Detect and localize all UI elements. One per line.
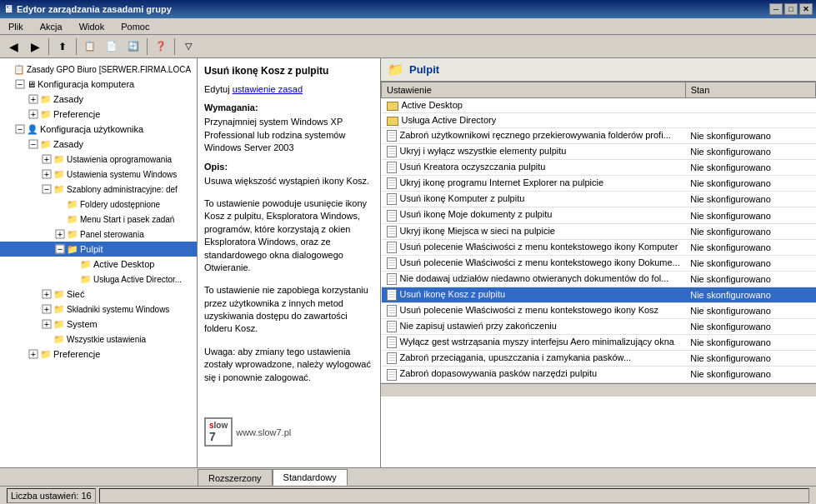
setting-name: Nie dodawaj udziałów niedawno otwieranyc… — [382, 271, 686, 287]
setting-status: Nie skonfigurowano — [685, 335, 815, 351]
toolbar: ◀ ▶ ⬆ 📋 📄 🔄 ❓ ▽ — [0, 35, 816, 58]
toolbar-properties[interactable]: 📄 — [102, 37, 122, 56]
table-row[interactable]: Zabroń użytkownikowi ręcznego przekierow… — [382, 128, 816, 144]
setting-status: Nie skonfigurowano — [685, 128, 815, 144]
status-text: Liczba ustawień: 16 — [7, 488, 96, 503]
toolbar-show-hide[interactable]: 📋 — [80, 37, 100, 56]
setting-name: Usuń polecenie Właściwości z menu kontek… — [382, 255, 686, 271]
tab-extended[interactable]: Rozszerzony — [198, 469, 273, 486]
col-setting: Ustawienie — [382, 82, 686, 98]
desc-text1: Usuwa większość wystąpień ikony Kosz. — [204, 175, 373, 187]
table-row[interactable]: Usuń ikonę Komputer z pulpituNie skonfig… — [382, 192, 816, 207]
table-row[interactable]: Usługa Active Directory — [382, 113, 816, 128]
setting-name: Ukryj ikonę Miejsca w sieci na pulpicie — [382, 223, 686, 239]
toolbar-refresh[interactable]: 🔄 — [123, 37, 143, 56]
status-label: Liczba ustawień: 16 — [11, 491, 92, 501]
close-button[interactable]: ✕ — [799, 3, 813, 15]
tree-control-panel[interactable]: 📁 Panel sterowania — [0, 227, 197, 242]
setting-name: Ukryj i wyłącz wszystkie elementy pulpit… — [382, 144, 686, 160]
minimize-button[interactable]: ─ — [769, 3, 783, 15]
setting-status: Nie skonfigurowano — [685, 303, 815, 319]
toolbar-help[interactable]: ❓ — [151, 37, 171, 56]
tree-gpo-root[interactable]: 📋 Zasady GPO Biuro [SERWER.FIRMA.LOCA — [0, 62, 197, 77]
setting-status — [685, 98, 815, 113]
tree-user-zasady[interactable]: 📁 Zasady — [0, 137, 197, 152]
menu-view[interactable]: Widok — [74, 20, 110, 33]
table-row[interactable]: Usuń polecenie Właściwości z menu kontek… — [382, 303, 816, 319]
toolbar-sep2 — [76, 38, 77, 55]
setting-status: Nie skonfigurowano — [685, 351, 815, 367]
tree-comp-zasady[interactable]: 📁 Zasady — [0, 92, 197, 107]
watermark-url: www.slow7.pl — [236, 427, 291, 437]
setting-status: Nie skonfigurowano — [685, 271, 815, 287]
table-row[interactable]: Wyłącz gest wstrząsania myszy interfejsu… — [382, 335, 816, 351]
setting-name: Zabroń przeciągania, upuszczania i zamyk… — [382, 351, 686, 367]
table-row[interactable]: Ukryj i wyłącz wszystkie elementy pulpit… — [382, 144, 816, 160]
table-row[interactable]: Nie dodawaj udziałów niedawno otwieranyc… — [382, 271, 816, 287]
right-panel-header: 📁 Pulpit — [381, 58, 816, 82]
table-row[interactable]: Ukryj ikonę programu Internet Explorer n… — [382, 176, 816, 192]
table-row[interactable]: Active Desktop — [382, 98, 816, 113]
menu-action[interactable]: Akcja — [35, 20, 68, 33]
toolbar-up[interactable]: ⬆ — [53, 37, 73, 56]
menu-help[interactable]: Pomoc — [116, 20, 154, 33]
table-row[interactable]: Usuń ikonę Moje dokumenty z pulpituNie s… — [382, 207, 816, 223]
toolbar-back[interactable]: ◀ — [3, 37, 23, 56]
table-row[interactable]: Usuń Kreatora oczyszczania pulpituNie sk… — [382, 160, 816, 176]
horizontal-scrollbar[interactable] — [381, 383, 816, 397]
setting-name: Active Desktop — [382, 98, 686, 113]
tree-network[interactable]: 📁 Sieć — [0, 287, 197, 302]
status-bar: Liczba ustawień: 16 — [0, 486, 816, 504]
toolbar-sep4 — [174, 38, 175, 55]
setting-name: Usuń Kreatora oczyszczania pulpitu — [382, 160, 686, 176]
table-row[interactable]: Usuń polecenie Właściwości z menu kontek… — [382, 255, 816, 271]
tab-standard[interactable]: Standardowy — [273, 469, 348, 486]
app-icon: 🖥 — [3, 3, 13, 15]
tree-system[interactable]: 📁 System — [0, 317, 197, 332]
setting-name: Usuń ikonę Kosz z pulpitu — [382, 287, 686, 302]
menu-file[interactable]: Plik — [3, 20, 28, 33]
tree-active-desktop[interactable]: 📁 Active Desktop — [0, 257, 197, 272]
tree-start-menu[interactable]: 📁 Menu Start i pasek zadań — [0, 212, 197, 227]
tree-user-admin[interactable]: 📁 Szablony administracyjne: def — [0, 182, 197, 197]
toolbar-filter[interactable]: ▽ — [178, 37, 198, 56]
table-row[interactable]: Nie zapisuj ustawień przy zakończeniuNie… — [382, 319, 816, 335]
toolbar-sep1 — [48, 38, 49, 55]
setting-status: Nie skonfigurowano — [685, 192, 815, 207]
desc-title: Usuń ikonę Kosz z pulpitu — [204, 65, 373, 77]
table-row[interactable]: Usuń polecenie Właściwości z menu kontek… — [382, 239, 816, 255]
setting-name: Usuń ikonę Komputer z pulpitu — [382, 192, 686, 207]
setting-name: Wyłącz gest wstrząsania myszy interfejsu… — [382, 335, 686, 351]
setting-status: Nie skonfigurowano — [685, 144, 815, 160]
tree-shared-folders[interactable]: 📁 Foldery udostępnione — [0, 197, 197, 212]
desc-opis-label: Opis: — [204, 162, 373, 172]
tree-pulpit[interactable]: 📁 Pulpit — [0, 242, 197, 257]
setting-status: Nie skonfigurowano — [685, 223, 815, 239]
menu-bar: Plik Akcja Widok Pomoc — [0, 18, 816, 35]
table-row[interactable]: Zabroń dopasowywania pasków narzędzi pul… — [382, 367, 816, 382]
tabs-bar: Rozszerzony Standardowy — [0, 467, 816, 486]
setting-status: Nie skonfigurowano — [685, 287, 815, 302]
desc-text2: To ustawienie powoduje usunięcie ikony K… — [204, 197, 373, 274]
tree-user-prefs[interactable]: 📁 Preferencje — [0, 347, 197, 362]
tree-all-settings[interactable]: 📁 Wszystkie ustawienia — [0, 332, 197, 347]
tree-user-config[interactable]: 👤 Konfiguracja użytkownika — [0, 122, 197, 137]
desc-req-text: Przynajmniej system Windows XP Professio… — [204, 116, 373, 154]
setting-status — [685, 113, 815, 128]
desc-edit-link[interactable]: ustawienie zasad — [233, 84, 303, 94]
tree-comp-prefs[interactable]: 📁 Preferencje — [0, 107, 197, 122]
setting-status: Nie skonfigurowano — [685, 176, 815, 192]
tree-user-windows[interactable]: 📁 Ustawienia systemu Windows — [0, 167, 197, 182]
maximize-button[interactable]: □ — [784, 3, 798, 15]
tree-comp-config[interactable]: 🖥 Konfiguracja komputera — [0, 77, 197, 92]
setting-name: Zabroń użytkownikowi ręcznego przekierow… — [382, 128, 686, 144]
tree-user-software[interactable]: 📁 Ustawienia oprogramowania — [0, 152, 197, 167]
table-row[interactable]: Usuń ikonę Kosz z pulpituNie skonfigurow… — [382, 287, 816, 302]
description-pane: Usuń ikonę Kosz z pulpitu Edytuj ustawie… — [198, 58, 381, 467]
toolbar-forward[interactable]: ▶ — [25, 37, 45, 56]
tree-active-directory[interactable]: 📁 Usługa Active Director... — [0, 272, 197, 287]
table-row[interactable]: Ukryj ikonę Miejsca w sieci na pulpicieN… — [382, 223, 816, 239]
tree-components[interactable]: 📁 Składniki systemu Windows — [0, 302, 197, 317]
table-row[interactable]: Zabroń przeciągania, upuszczania i zamyk… — [382, 351, 816, 367]
desc-text4: Uwaga: aby zmiany tego ustawienia został… — [204, 346, 373, 384]
